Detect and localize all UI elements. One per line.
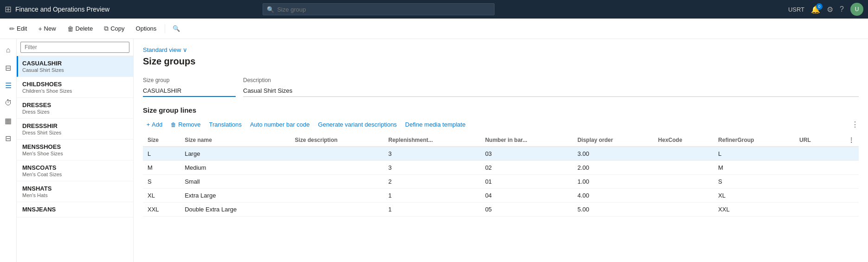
table-header: SizeSize nameSize descriptionReplenishme… (143, 134, 859, 147)
size-group-lines-table: SizeSize nameSize descriptionReplenishme… (143, 134, 859, 217)
inline-search-icon[interactable]: 🔍 (173, 25, 180, 32)
help-icon[interactable]: ? (840, 5, 844, 13)
rail-filter-icon[interactable]: ⊟ (1, 60, 16, 75)
translations-label: Translations (209, 121, 242, 128)
auto-number-button[interactable]: Auto number bar code (246, 119, 314, 130)
notifications-icon[interactable]: 🔔 0 (811, 5, 820, 14)
rail-clock-icon[interactable]: ⏱ (1, 96, 16, 110)
settings-icon[interactable]: ⚙ (827, 5, 833, 14)
table-cell: 2 (384, 175, 481, 189)
sidebar-item[interactable]: DRESSSHIR Dress Shirt Sizes (17, 119, 133, 140)
sidebar-filter-area (17, 39, 133, 56)
table-cell (795, 189, 832, 203)
table-cell (795, 161, 832, 175)
table-cell: 1 (384, 203, 481, 217)
table-cell (795, 203, 832, 217)
sidebar-item[interactable]: CHILDSHOES Children's Shoe Sizes (17, 77, 133, 98)
remove-button[interactable]: 🗑 Remove (167, 119, 204, 130)
table-cell (290, 147, 384, 161)
edit-button[interactable]: ✏ Edit (5, 22, 32, 35)
remove-label: Remove (178, 121, 200, 128)
delete-button[interactable]: 🗑 Delete (63, 22, 98, 35)
table-cell: 1 (384, 189, 481, 203)
sidebar-item[interactable]: CASUALSHIR Casual Shirt Sizes (17, 56, 133, 77)
auto-number-label: Auto number bar code (250, 121, 310, 128)
sidebar-item-desc: Dress Shirt Sizes (22, 130, 128, 135)
form-fields: Size group Description CASUALSHIR Casual… (143, 74, 859, 97)
table-cell: 3 (384, 147, 481, 161)
more-columns-icon[interactable]: ⋮ (851, 120, 859, 129)
table-cell: 02 (481, 161, 573, 175)
table-column-header: Size name (180, 134, 290, 147)
sidebar: CASUALSHIR Casual Shirt SizesCHILDSHOES … (17, 39, 134, 262)
table-cell (832, 203, 859, 217)
sidebar-item-code: DRESSES (22, 102, 128, 109)
view-selector[interactable]: Standard view ∨ (143, 46, 859, 53)
sidebar-item-desc: Men's Shoe Sizes (22, 151, 128, 156)
options-label: Options (136, 25, 157, 32)
table-cell: Large (180, 147, 290, 161)
add-button[interactable]: + Add (143, 119, 166, 130)
table-column-header: Display order (573, 134, 654, 147)
user-avatar[interactable]: U (850, 3, 863, 16)
table-cell (832, 147, 859, 161)
table-cell: Small (180, 175, 290, 189)
username: USRT (788, 6, 804, 13)
global-search-bar[interactable]: 🔍 (263, 3, 495, 15)
table-cell (795, 147, 832, 161)
sidebar-item[interactable]: DRESSES Dress Sizes (17, 98, 133, 119)
sidebar-filter-input[interactable] (20, 42, 129, 53)
new-button[interactable]: + New (33, 22, 60, 35)
sidebar-list: CASUALSHIR Casual Shirt SizesCHILDSHOES … (17, 56, 133, 262)
size-group-value[interactable]: CASUALSHIR (143, 85, 236, 97)
delete-icon: 🗑 (67, 25, 74, 32)
table-cell: Extra Large (180, 189, 290, 203)
table-cell: 04 (481, 189, 573, 203)
notif-badge: 0 (816, 3, 823, 10)
copy-button[interactable]: ⧉ Copy (99, 22, 129, 35)
table-column-header: Number in bar... (481, 134, 573, 147)
table-row[interactable]: MMedium3022.00M (143, 161, 859, 175)
page-title: Size groups (143, 56, 859, 67)
translations-button[interactable]: Translations (206, 119, 245, 130)
rail-table-icon[interactable]: ⊟ (1, 131, 16, 146)
table-cell: L (714, 147, 795, 161)
global-search-input[interactable] (277, 6, 490, 13)
rail-grid-icon[interactable]: ▦ (1, 113, 16, 128)
table-cell (832, 189, 859, 203)
sidebar-item[interactable]: MNSCOATS Men's Coat Sizes (17, 160, 133, 181)
sidebar-item-code: CHILDSHOES (22, 81, 128, 88)
table-cell (290, 175, 384, 189)
sidebar-item[interactable]: MENSSHOES Men's Shoe Sizes (17, 140, 133, 160)
app-grid-icon[interactable]: ⊞ (5, 4, 12, 14)
new-icon: + (38, 25, 42, 32)
table-cell (832, 175, 859, 189)
table-cell: L (143, 147, 180, 161)
table-cell (290, 189, 384, 203)
grid-toolbar: + Add 🗑 Remove Translations Auto number … (143, 119, 859, 130)
copy-icon: ⧉ (104, 25, 109, 32)
add-label: Add (152, 121, 162, 128)
table-cell: S (143, 175, 180, 189)
delete-label: Delete (76, 25, 93, 32)
table-column-header: HexCode (654, 134, 714, 147)
sidebar-item[interactable]: MNSHATS Men's Hats (17, 181, 133, 202)
rail-home-icon[interactable]: ⌂ (1, 43, 16, 58)
sidebar-item-code: DRESSSHIR (22, 122, 128, 129)
rail-list-icon[interactable]: ☰ (1, 78, 16, 93)
sidebar-item-desc: Dress Sizes (22, 109, 128, 115)
table-body: LLarge3033.00LMMedium3022.00MSSmall2011.… (143, 147, 859, 217)
table-row[interactable]: LLarge3033.00L (143, 147, 859, 161)
options-button[interactable]: Options (131, 22, 161, 35)
table-cell: 1.00 (573, 175, 654, 189)
table-row[interactable]: XLExtra Large1044.00XL (143, 189, 859, 203)
description-value[interactable]: Casual Shirt Sizes (243, 85, 859, 97)
more-options-header[interactable]: ⋮ (832, 134, 859, 147)
define-media-button[interactable]: Define media template (401, 119, 469, 130)
app-title: Finance and Operations Preview (15, 6, 109, 13)
sidebar-item[interactable]: MNSJEANS (17, 202, 133, 217)
table-row[interactable]: SSmall2011.00S (143, 175, 859, 189)
table-cell (654, 175, 714, 189)
generate-button[interactable]: Generate variant descriptions (315, 119, 401, 130)
table-row[interactable]: XXLDouble Extra Large1055.00XXL (143, 203, 859, 217)
